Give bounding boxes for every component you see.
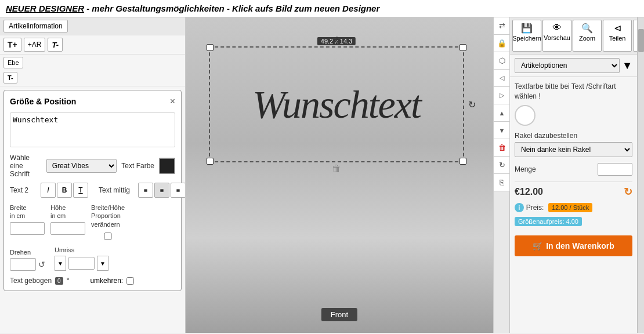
handle-bottom-left[interactable] xyxy=(207,158,214,165)
add-icon: +AR xyxy=(28,41,42,49)
align-center-button[interactable]: ≡ xyxy=(154,183,169,198)
rotate-reset-icon[interactable]: ↺ xyxy=(38,260,45,269)
side-icon-swap[interactable]: ⇄ xyxy=(494,17,510,35)
drehen-input[interactable]: 0 xyxy=(10,258,36,271)
side-icon-right[interactable]: ▷ xyxy=(494,87,510,104)
preis-prefix: Preis: xyxy=(526,204,544,212)
side-icon-copy[interactable]: ⎘ xyxy=(494,174,510,191)
font-color-row: Wähle eine Schrift Great Vibes Text Farb… xyxy=(10,154,175,178)
cart-label: In den Warenkorb xyxy=(546,241,614,251)
umriss-arrow-down[interactable]: ▼ xyxy=(55,256,66,271)
umriss-group: Umriss ▼ 0 ▼ xyxy=(55,246,108,271)
breite-input[interactable]: 49.2 xyxy=(10,222,45,235)
price-display: €12.00 ↻ xyxy=(515,186,632,198)
menge-input[interactable]: 1 xyxy=(598,163,632,176)
side-icon-delete[interactable]: 🗑 xyxy=(494,139,510,157)
speichern-button[interactable]: 💾 Speichern xyxy=(512,20,541,52)
add-element-button[interactable]: +AR xyxy=(24,38,46,52)
teilen-button[interactable]: ⊲ Teilen xyxy=(603,20,632,52)
text-input[interactable]: Wunschtext xyxy=(10,112,175,147)
scrollbar-thumb[interactable] xyxy=(638,29,644,52)
price-section: €12.00 ↻ i Preis: 12.00 / Stück Größenau… xyxy=(515,181,632,230)
color-circle[interactable] xyxy=(515,105,536,126)
font-select[interactable]: Great Vibes xyxy=(46,159,117,173)
design-text: Wunschtext xyxy=(252,82,421,128)
text-gebogen-row: Text gebogen 0 ° umkehren: xyxy=(10,277,175,285)
right-panel: 💾 Speichern 👁 Vorschau 🔍 Zoom ⊲ Teilen ✓… xyxy=(509,17,637,333)
transform-button[interactable]: T- xyxy=(3,72,17,84)
text2-row: Text 2 I B T Text mittig ≡ ≡ ≡ xyxy=(10,183,175,198)
dimensions-row: Breitein cm 49.2 Höhein cm 14.3 Breite/H… xyxy=(10,204,175,240)
wall-background: 49.2 x 14.3 ✛ ↻ 🗑 Wunschtext Front xyxy=(186,17,493,333)
top-toolbar: 💾 Speichern 👁 Vorschau 🔍 Zoom ⊲ Teilen ✓… xyxy=(510,17,637,55)
umriss-arrow-up[interactable]: ▼ xyxy=(97,256,108,271)
color-picker[interactable] xyxy=(159,158,175,174)
textfarbe-section: Textfarbe bitte bei Text /Schriftart wäh… xyxy=(515,82,632,126)
menge-row: Menge 1 xyxy=(515,163,632,176)
modal-close-button[interactable]: × xyxy=(170,96,175,107)
alles-auswaehlen-button[interactable]: ✓ Alles auswählen xyxy=(633,20,637,52)
teilen-label: Teilen xyxy=(609,35,626,42)
ebene-button[interactable]: Ebe xyxy=(3,57,23,68)
canvas-area: 49.2 x 14.3 ✛ ↻ 🗑 Wunschtext Front xyxy=(186,17,493,333)
artikel-select[interactable]: Artikeloptionen xyxy=(515,58,620,73)
umriss-input[interactable]: 0 xyxy=(68,257,95,270)
side-icon-left[interactable]: ◁ xyxy=(494,70,510,87)
banner-text: - mehr Gestaltungsmöglichkeiten - Klick … xyxy=(86,3,379,13)
price-value: €12.00 xyxy=(515,187,543,197)
add-text-button[interactable]: T+ xyxy=(3,38,21,52)
proportion-checkbox[interactable] xyxy=(91,233,125,240)
zoom-icon: 🔍 xyxy=(581,23,593,34)
rotate-row: Drehen 0 ↺ Umriss ▼ 0 ▼ xyxy=(10,246,175,271)
side-icon-up[interactable]: ▲ xyxy=(494,104,510,122)
cart-button[interactable]: 🛒 In den Warenkorb xyxy=(515,235,632,256)
hoehe-label: Höhein cm xyxy=(50,204,85,220)
scrollbar[interactable] xyxy=(637,17,644,333)
underline-button[interactable]: T xyxy=(73,183,88,198)
align-buttons: ≡ ≡ ≡ xyxy=(138,183,186,198)
groessen-badge: Größenaufpreis: 4.00 xyxy=(515,217,582,226)
banner-link[interactable]: NEUER DESIGNER xyxy=(6,3,84,13)
move-icon[interactable]: ✛ xyxy=(333,35,341,46)
dropdown-arrow[interactable]: ▼ xyxy=(622,60,632,72)
groessen-row: Größenaufpreis: 4.00 xyxy=(515,215,632,226)
rotate-handle[interactable]: ↻ xyxy=(468,99,476,110)
handle-bottom-right[interactable] xyxy=(460,158,466,165)
side-icon-refresh[interactable]: ↻ xyxy=(494,157,510,174)
gebogen-badge: 0 xyxy=(55,277,63,285)
side-icon-down[interactable]: ▼ xyxy=(494,122,510,139)
delete-handle[interactable]: 🗑 xyxy=(332,164,341,174)
handle-top-left[interactable] xyxy=(207,44,214,51)
format-buttons: I B T xyxy=(41,183,88,198)
artikel-options-header: Artikeloptionen ▼ xyxy=(510,55,637,77)
rakel-label: Rakel dazubestellen xyxy=(515,132,632,140)
align-right-button[interactable]: ≡ xyxy=(171,183,186,198)
cart-icon: 🛒 xyxy=(533,241,542,251)
bold-button[interactable]: B xyxy=(57,183,72,198)
vorschau-button[interactable]: 👁 Vorschau xyxy=(542,20,571,52)
hoehe-input[interactable]: 14.3 xyxy=(50,222,85,235)
save-icon: 💾 xyxy=(521,23,533,34)
text-style-button[interactable]: T- xyxy=(48,38,63,52)
zoom-label: Zoom xyxy=(579,35,595,42)
artikel-info-button[interactable]: Artikelinformation xyxy=(3,20,68,32)
side-icon-layer[interactable]: ⬡ xyxy=(494,52,510,70)
handle-top-right[interactable] xyxy=(460,44,466,51)
modal-title: Größe & Position xyxy=(10,97,76,106)
side-icon-lock[interactable]: 🔒 xyxy=(494,35,510,52)
umkehren-checkbox[interactable] xyxy=(126,277,134,285)
italic-button[interactable]: I xyxy=(41,183,56,198)
eye-icon: 👁 xyxy=(552,23,562,33)
breite-label: Breitein cm xyxy=(10,204,45,220)
text-gebogen-label: Text gebogen xyxy=(10,277,52,285)
font-label: Wähle eine Schrift xyxy=(10,154,42,178)
zoom-button[interactable]: 🔍 Zoom xyxy=(573,20,602,52)
top-banner: NEUER DESIGNER - mehr Gestaltungsmöglich… xyxy=(0,0,644,17)
layer-icon: Ebe xyxy=(8,59,19,66)
breite-group: Breitein cm 49.2 xyxy=(10,204,45,235)
loading-spinner: ↻ xyxy=(624,186,632,198)
drehen-group: Drehen 0 ↺ xyxy=(10,248,45,271)
design-canvas[interactable]: 49.2 x 14.3 ✛ ↻ 🗑 Wunschtext xyxy=(209,46,464,162)
align-left-button[interactable]: ≡ xyxy=(138,183,153,198)
rakel-select[interactable]: Nein danke kein Rakel xyxy=(515,142,632,157)
